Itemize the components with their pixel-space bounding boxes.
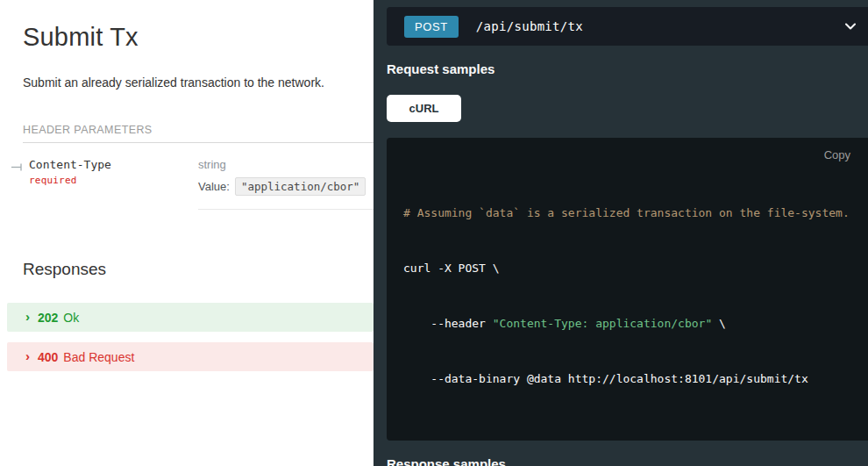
- response-label: Bad Request: [63, 350, 134, 364]
- response-row-400[interactable]: › 400 Bad Request: [7, 342, 374, 371]
- tab-curl[interactable]: cURL: [387, 95, 461, 122]
- code-line: curl -X POST \: [403, 259, 850, 277]
- chevron-down-icon[interactable]: [843, 19, 857, 33]
- code-line-comment: # Assuming `data` is a serialized transa…: [403, 204, 850, 222]
- chevron-right-icon: ›: [25, 309, 30, 324]
- api-docs-page: Submit Tx Submit an already serialized t…: [0, 0, 868, 466]
- code-line: --header "Content-Type: application/cbor…: [403, 314, 850, 333]
- curl-code: # Assuming `data` is a serialized transa…: [403, 167, 850, 425]
- operation-doc-column: Submit Tx Submit an already serialized t…: [0, 0, 374, 466]
- parameter-row: Content-Type required string Value: "app…: [11, 143, 374, 210]
- header-parameters-label: HEADER PARAMETERS: [23, 124, 374, 143]
- endpoint-path: /api/submit/tx: [476, 19, 583, 33]
- operation-description: Submit an already serialized transaction…: [23, 74, 374, 91]
- http-method-badge: POST: [404, 16, 459, 38]
- parameter-name: Content-Type: [29, 158, 111, 171]
- code-string-token: "Content-Type: application/cbor": [493, 317, 712, 330]
- chevron-right-icon: ›: [25, 348, 30, 363]
- code-line: --data-binary @data http://localhost:810…: [403, 369, 850, 388]
- param-tree-icon: [11, 162, 23, 172]
- value-label: Value:: [198, 180, 230, 193]
- request-samples-heading: Request samples: [387, 61, 868, 76]
- response-label: Ok: [63, 311, 79, 325]
- parameter-name-cell: Content-Type required: [11, 158, 198, 210]
- samples-panel: POST /api/submit/tx Request samples cURL…: [374, 0, 868, 466]
- response-code: 400: [38, 350, 58, 364]
- request-code-block: Copy # Assuming `data` is a serialized t…: [387, 138, 868, 441]
- page-title: Submit Tx: [23, 23, 374, 52]
- parameter-definition-cell: string Value: "application/cbor": [198, 158, 374, 210]
- parameter-type: string: [198, 158, 374, 171]
- copy-button[interactable]: Copy: [403, 148, 850, 161]
- endpoint-dropdown[interactable]: POST /api/submit/tx: [387, 7, 868, 46]
- response-code: 202: [38, 311, 58, 325]
- responses-list: › 202 Ok › 400 Bad Request: [7, 303, 374, 371]
- response-samples-heading: Response samples: [387, 456, 868, 466]
- required-badge: required: [29, 175, 111, 186]
- parameter-value-chip: "application/cbor": [235, 177, 366, 196]
- responses-heading: Responses: [23, 260, 374, 279]
- response-row-202[interactable]: › 202 Ok: [7, 303, 374, 332]
